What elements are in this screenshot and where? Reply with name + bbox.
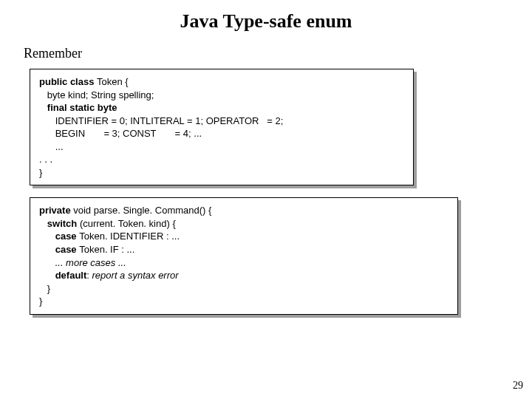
slide: Java Type-safe enum Remember public clas… <box>0 0 532 315</box>
code-line: case Token. IF : ... <box>39 243 449 256</box>
code-line: byte kind; String spelling; <box>39 89 404 102</box>
code-line: } <box>39 166 404 180</box>
txt: (current. Token. kind) { <box>80 218 176 229</box>
page-number: 29 <box>513 380 523 392</box>
code-line: } <box>39 282 449 296</box>
txt: Token { <box>97 76 129 87</box>
code-line: BEGIN = 3; CONST = 4; ... <box>39 127 404 140</box>
code-line: IDENTIFIER = 0; INTLITERAL = 1; OPERATOR… <box>39 115 404 128</box>
code-line: switch (current. Token. kind) { <box>39 217 449 231</box>
code-line: default: report a syntax error <box>39 269 449 282</box>
code-box-2-wrap: private void parse. Single. Command() { … <box>30 197 458 314</box>
code-box-2: private void parse. Single. Command() { … <box>30 197 458 314</box>
kw: switch <box>39 218 80 229</box>
txt: void parse. Single. Command() { <box>73 205 211 216</box>
kw: case <box>39 244 79 255</box>
code-line: ... more cases ... <box>39 256 449 270</box>
kw: default <box>39 270 86 281</box>
page-title: Java Type-safe enum <box>22 10 510 33</box>
code-box-1-wrap: public class Token { byte kind; String s… <box>30 69 414 185</box>
code-line: private void parse. Single. Command() { <box>39 204 449 217</box>
txt: Token. IDENTIFIER : ... <box>79 231 180 242</box>
txt: Token. IF : ... <box>79 244 134 255</box>
txt: report a syntax error <box>92 270 179 281</box>
code-line: final static byte <box>39 101 404 115</box>
code-line: case Token. IDENTIFIER : ... <box>39 230 449 243</box>
kw: case <box>39 231 79 242</box>
txt: : <box>86 270 92 281</box>
code-line: public class Token { <box>39 75 404 89</box>
code-line: } <box>39 295 449 308</box>
remember-label: Remember <box>24 46 510 61</box>
code-line: . . . <box>39 153 404 166</box>
kw: public class <box>39 76 97 87</box>
code-box-1: public class Token { byte kind; String s… <box>30 69 414 185</box>
code-line: ... <box>39 140 404 154</box>
kw: private <box>39 205 73 216</box>
